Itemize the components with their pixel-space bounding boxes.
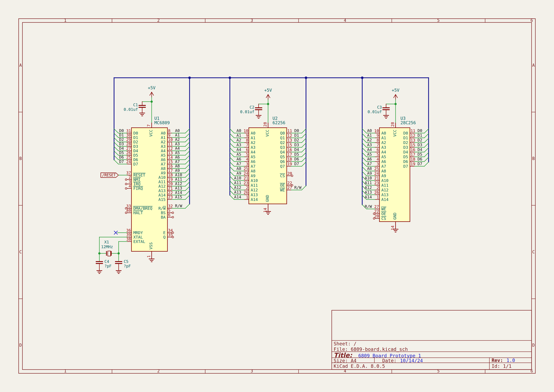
net-label-A10[interactable]: A10 [234, 176, 241, 180]
power-flag-arrow[interactable] [395, 95, 397, 98]
bus-entry[interactable] [302, 153, 306, 157]
net-label-D5[interactable]: D5 [294, 152, 299, 157]
ic-U1-ref[interactable]: U1 [154, 116, 159, 121]
net-label-D2[interactable]: D2 [294, 138, 299, 142]
net-label-D1[interactable]: D1 [119, 133, 124, 137]
bus-entry[interactable] [362, 171, 367, 176]
net-label-A1[interactable]: A1 [236, 133, 241, 138]
bus-entry[interactable] [185, 142, 190, 146]
bus-entry[interactable] [185, 155, 190, 160]
bus-entry[interactable] [362, 157, 367, 161]
bus-entry[interactable] [362, 148, 367, 152]
bus-entry[interactable] [185, 138, 190, 142]
power-flag-arrow[interactable] [394, 95, 395, 98]
power-flag-arrow[interactable] [150, 92, 152, 95]
net-label-D4[interactable]: D4 [417, 147, 422, 152]
net-label-A13[interactable]: A13 [175, 186, 182, 190]
bus-entry[interactable] [185, 169, 190, 173]
net-label-A2[interactable]: A2 [175, 137, 180, 142]
bus-entry[interactable] [185, 129, 190, 133]
net-label-A11[interactable]: A11 [234, 181, 241, 185]
net-label-D3[interactable]: D3 [294, 143, 299, 147]
ic-U2-value[interactable]: 62256 [272, 120, 285, 125]
bus-junction[interactable] [229, 77, 231, 79]
net-label-A0[interactable]: A0 [367, 128, 372, 133]
bus-entry[interactable] [114, 142, 118, 146]
power-flag-label[interactable]: +5V [264, 88, 272, 93]
power-flag-label[interactable]: +5V [148, 85, 156, 90]
power-flag-arrow[interactable] [268, 95, 270, 98]
net-label-A1[interactable]: A1 [175, 133, 180, 137]
net-label-A3[interactable]: A3 [236, 143, 241, 147]
power-flag-arrow[interactable] [152, 92, 153, 95]
net-label-D2[interactable]: D2 [417, 138, 422, 142]
bus-entry[interactable] [302, 133, 306, 138]
bus-entry[interactable] [185, 186, 190, 191]
net-label-A7[interactable]: A7 [175, 159, 180, 164]
net-label-D6[interactable]: D6 [119, 155, 124, 160]
net-label-A5[interactable]: A5 [175, 150, 180, 155]
cap-value[interactable]: 0.01uf [124, 107, 138, 112]
bus-junction[interactable] [305, 77, 307, 79]
bus-entry[interactable] [362, 162, 367, 166]
net-label-D6[interactable]: D6 [417, 157, 422, 161]
ic-U3-value[interactable]: 28C256 [401, 120, 416, 125]
net-label-A13[interactable]: A13 [234, 190, 241, 195]
bus-entry[interactable] [114, 155, 118, 160]
bus-entry[interactable] [230, 157, 234, 161]
cap-ref[interactable]: C2 [249, 105, 254, 110]
bus-entry[interactable] [114, 133, 118, 138]
bus-entry[interactable] [302, 162, 306, 166]
bus-entry[interactable] [185, 164, 190, 168]
bus-entry[interactable] [230, 133, 234, 138]
bus-entry[interactable] [114, 138, 118, 142]
bus-entry[interactable] [230, 162, 234, 166]
schematic-canvas[interactable]: 112233445566AABBCCDDU1MC6809+5V7VCCC10.0… [0, 0, 554, 392]
net-label-A12[interactable]: A12 [175, 182, 182, 186]
net-label-D0[interactable]: D0 [294, 128, 299, 133]
net-label-A7[interactable]: A7 [367, 161, 372, 166]
bus-entry[interactable] [424, 157, 429, 161]
bus-entry[interactable] [302, 143, 306, 147]
power-flag-arrow[interactable] [266, 95, 268, 98]
net-label-A15[interactable]: A15 [175, 195, 182, 199]
net-label-A9[interactable]: A9 [367, 171, 372, 176]
cap-ref[interactable]: C3 [377, 105, 382, 110]
net-label-A4[interactable]: A4 [367, 147, 372, 152]
bus-entry[interactable] [185, 177, 190, 182]
bus-entry[interactable] [424, 153, 429, 157]
net-label-D0[interactable]: D0 [119, 128, 124, 133]
net-label-A2[interactable]: A2 [367, 138, 372, 142]
bus-junction[interactable] [188, 77, 191, 79]
net-label-A9[interactable]: A9 [236, 171, 241, 176]
net-label-D1[interactable]: D1 [294, 133, 299, 138]
bus-entry[interactable] [362, 143, 367, 147]
net-label-D7[interactable]: D7 [294, 161, 299, 166]
net-label-A8[interactable]: A8 [175, 164, 180, 168]
bus-junction[interactable] [361, 77, 363, 79]
net-label-A4[interactable]: A4 [236, 147, 241, 152]
net-label-D4[interactable]: D4 [294, 147, 299, 152]
bus-entry[interactable] [230, 181, 234, 185]
net-label-A3[interactable]: A3 [367, 143, 372, 147]
bus-entry[interactable] [362, 167, 367, 171]
bus-entry[interactable] [424, 129, 429, 133]
bus-entry[interactable] [424, 162, 429, 166]
bus-entry[interactable] [302, 186, 306, 190]
bus-entry[interactable] [362, 129, 367, 133]
net-label-A0[interactable]: A0 [236, 128, 241, 133]
bus-entry[interactable] [424, 133, 429, 138]
bus-entry[interactable] [230, 138, 234, 143]
bus-entry[interactable] [185, 160, 190, 164]
net-label-A14[interactable]: A14 [365, 195, 372, 199]
cap-ref[interactable]: C5 [124, 259, 128, 264]
cap-value[interactable]: ?pF [104, 264, 111, 268]
net-label-A12[interactable]: A12 [365, 185, 372, 190]
bus-entry[interactable] [230, 153, 234, 157]
net-label-A6[interactable]: A6 [175, 155, 180, 160]
crystal-x1-body[interactable] [108, 251, 111, 256]
bus-entry[interactable] [114, 160, 118, 164]
net-label-A10[interactable]: A10 [175, 173, 182, 177]
bus-entry[interactable] [302, 138, 306, 143]
net-label-D0[interactable]: D0 [417, 128, 422, 133]
